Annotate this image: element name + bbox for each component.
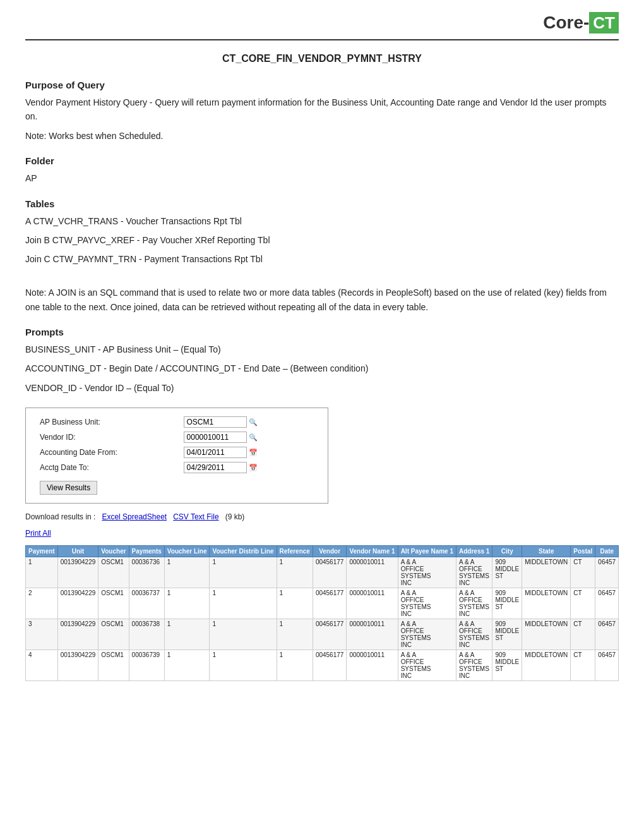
prompts-section: BUSINESS_UNIT - AP Business Unit – (Equa… [25, 342, 619, 395]
table-cell: A & A OFFICE SYSTEMS INC [398, 588, 456, 619]
col-date: Date [595, 546, 619, 557]
table-cell: MIDDLETOWN [522, 619, 571, 650]
table-cell: 1 [164, 650, 210, 681]
table-cell: OSCM1 [98, 619, 129, 650]
results-table: Payment Unit Voucher Payments Voucher Li… [25, 545, 619, 681]
table-row: 30013904229OSCM1000367381110045617700000… [26, 619, 619, 650]
table-cell: CT [571, 619, 595, 650]
col-vendor-name1: Vendor Name 1 [347, 546, 398, 557]
table-line-1: A CTW_VCHR_TRANS - Voucher Transactions … [25, 214, 619, 228]
view-results-button[interactable]: View Results [40, 481, 97, 495]
col-state: State [522, 546, 571, 557]
table-cell: 0000010011 [347, 588, 398, 619]
table-row: 40013904229OSCM1000367391110045617700000… [26, 650, 619, 681]
table-cell: 1 [164, 557, 210, 588]
table-cell: 06457 [595, 619, 619, 650]
table-cell: 1 [164, 588, 210, 619]
col-city: City [492, 546, 522, 557]
table-cell: 0013904229 [57, 588, 98, 619]
prompt-line-3: VENDOR_ID - Vendor ID – (Equal To) [25, 381, 619, 395]
results-table-wrapper: Payment Unit Voucher Payments Voucher Li… [25, 545, 619, 681]
view-results-row: View Results [36, 475, 318, 497]
accounting-date-from-calendar-button[interactable]: 📅 [249, 449, 258, 457]
acctg-date-to-row: Acctg Date To: 📅 [36, 460, 318, 475]
accounting-date-from-label: Accounting Date From: [36, 445, 180, 460]
table-cell: OSCM1 [98, 588, 129, 619]
table-cell: 1 [277, 650, 313, 681]
table-cell: 4 [26, 650, 58, 681]
vendor-id-search-button[interactable]: 🔍 [249, 433, 258, 442]
table-cell: 909 MIDDLE ST [492, 557, 522, 588]
table-cell: 1 [277, 588, 313, 619]
accounting-date-from-input[interactable] [184, 447, 247, 458]
table-cell: 0013904229 [57, 557, 98, 588]
folder-section: AP [25, 171, 619, 185]
table-cell: 00456177 [313, 557, 347, 588]
header: Core-CT [25, 13, 619, 40]
acctg-date-to-calendar-button[interactable]: 📅 [249, 464, 258, 472]
prompt-line-2: ACCOUNTING_DT - Begin Date / ACCOUNTING_… [25, 361, 619, 375]
table-header-row: Payment Unit Voucher Payments Voucher Li… [26, 546, 619, 557]
table-line-2: Join B CTW_PAYVC_XREF - Pay Voucher XRef… [25, 233, 619, 247]
ap-business-unit-search-button[interactable]: 🔍 [249, 418, 258, 426]
col-payment: Payment [26, 546, 58, 557]
col-unit: Unit [57, 546, 98, 557]
table-cell: MIDDLETOWN [522, 557, 571, 588]
table-cell: A & A OFFICE SYSTEMS INC [398, 650, 456, 681]
table-cell: 00036739 [129, 650, 164, 681]
table-cell: A & A OFFICE SYSTEMS INC [398, 557, 456, 588]
vendor-id-row: Vendor ID: 🔍 [36, 430, 318, 445]
table-cell: 909 MIDDLE ST [492, 588, 522, 619]
table-cell: 1 [210, 557, 277, 588]
download-label: Download results in : [25, 512, 95, 521]
accounting-date-from-row: Accounting Date From: 📅 [36, 445, 318, 460]
table-cell: 00036738 [129, 619, 164, 650]
logo-text: Core- [543, 13, 589, 32]
acctg-date-to-input[interactable] [184, 462, 247, 473]
table-cell: 00036737 [129, 588, 164, 619]
table-cell: 06457 [595, 650, 619, 681]
table-row: 20013904229OSCM1000367371110045617700000… [26, 588, 619, 619]
table-row: 10013904229OSCM1000367361110045617700000… [26, 557, 619, 588]
table-cell: MIDDLETOWN [522, 650, 571, 681]
table-cell: A & A OFFICE SYSTEMS INC [456, 650, 492, 681]
ap-business-unit-row: AP Business Unit: 🔍 [36, 414, 318, 430]
table-cell: 1 [26, 557, 58, 588]
tables-section: A CTW_VCHR_TRANS - Voucher Transactions … [25, 214, 619, 314]
prompts-heading: Prompts [25, 327, 619, 337]
col-reference: Reference [277, 546, 313, 557]
purpose-body: Vendor Payment History Query - Query wil… [25, 95, 619, 124]
table-cell: 00456177 [313, 619, 347, 650]
table-cell: 0013904229 [57, 650, 98, 681]
csv-download-link[interactable]: CSV Text File [173, 512, 218, 521]
table-cell: 00456177 [313, 650, 347, 681]
table-cell: CT [571, 588, 595, 619]
table-cell: 1 [277, 619, 313, 650]
page-title: CT_CORE_FIN_VENDOR_PYMNT_HSTRY [25, 53, 619, 64]
excel-download-link[interactable]: Excel SpreadSheet [102, 512, 167, 521]
table-cell: 1 [164, 619, 210, 650]
acctg-date-to-label: Acctg Date To: [36, 460, 180, 475]
table-cell: 909 MIDDLE ST [492, 650, 522, 681]
col-alt-payee-name1: Alt Payee Name 1 [398, 546, 456, 557]
col-vendor: Vendor [313, 546, 347, 557]
table-cell: 0000010011 [347, 619, 398, 650]
table-cell: 1 [210, 588, 277, 619]
purpose-heading: Purpose of Query [25, 80, 619, 90]
table-cell: OSCM1 [98, 650, 129, 681]
table-cell: 0013904229 [57, 619, 98, 650]
table-cell: 1 [277, 557, 313, 588]
col-payments: Payments [129, 546, 164, 557]
table-line-3: Join C CTW_PAYMNT_TRN - Payment Transact… [25, 252, 619, 266]
table-cell: 1 [210, 650, 277, 681]
table-cell: 00036736 [129, 557, 164, 588]
table-cell: A & A OFFICE SYSTEMS INC [456, 588, 492, 619]
table-cell: 2 [26, 588, 58, 619]
vendor-id-input[interactable] [184, 432, 247, 443]
print-all-link[interactable]: Print All [25, 529, 51, 538]
table-cell: 06457 [595, 588, 619, 619]
vendor-id-label: Vendor ID: [36, 430, 180, 445]
ap-business-unit-input[interactable] [184, 416, 247, 428]
table-cell: CT [571, 650, 595, 681]
download-size: (9 kb) [225, 512, 245, 521]
